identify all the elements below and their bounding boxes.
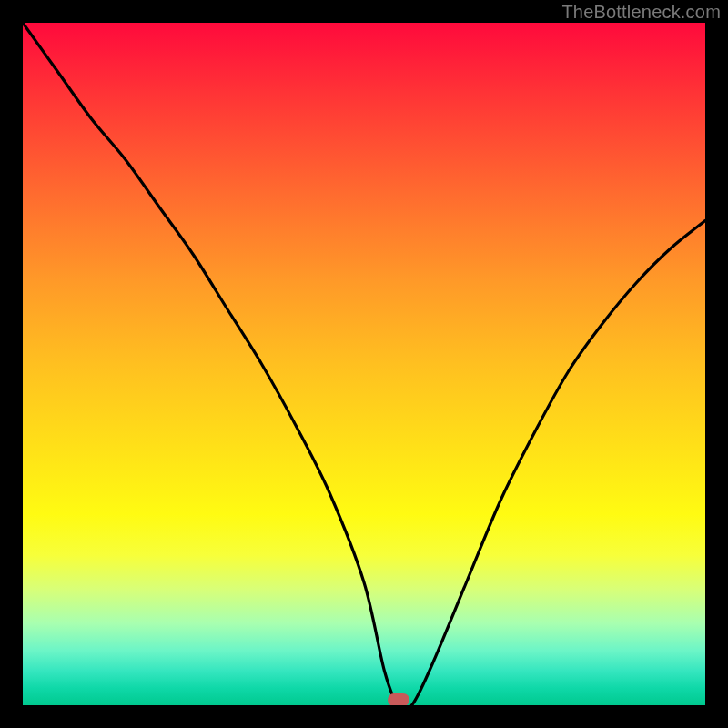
chart-frame: TheBottleneck.com — [0, 0, 728, 728]
watermark-text: TheBottleneck.com — [561, 2, 721, 23]
balance-point-marker — [388, 693, 410, 705]
bottleneck-curve — [23, 23, 705, 705]
plot-area — [23, 23, 705, 705]
